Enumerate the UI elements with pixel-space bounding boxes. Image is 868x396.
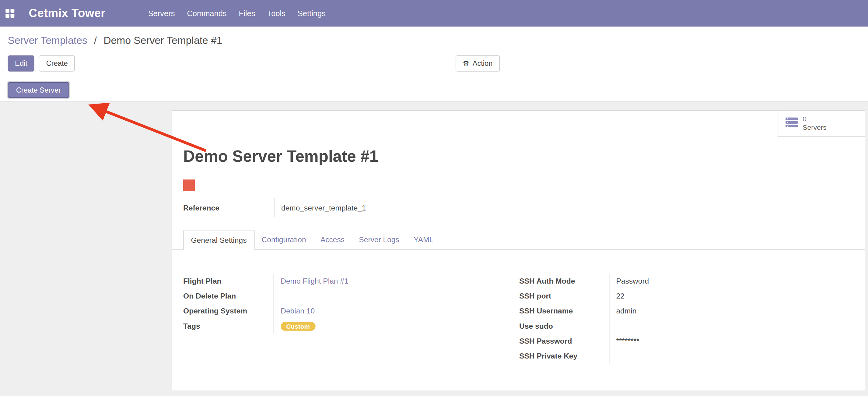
reference-label: Reference xyxy=(183,198,274,217)
servers-stat-button[interactable]: 0 Servers xyxy=(778,111,865,137)
breadcrumb-separator: / xyxy=(94,34,97,46)
nav-settings[interactable]: Settings xyxy=(291,0,332,27)
breadcrumb: Server Templates / Demo Server Template … xyxy=(8,34,222,47)
nav-tools[interactable]: Tools xyxy=(261,0,291,27)
record-title: Demo Server Template #1 xyxy=(183,147,378,166)
content-background: 0 Servers Demo Server Template #1 Refere… xyxy=(0,102,868,396)
breadcrumb-server-templates[interactable]: Server Templates xyxy=(8,34,87,46)
field-group-left: Flight Plan Demo Flight Plan #1 On Delet… xyxy=(183,274,484,334)
flight-plan-value[interactable]: Demo Flight Plan #1 xyxy=(281,277,348,285)
ssh-auth-mode-value: Password xyxy=(610,274,787,289)
notebook-tabs: General Settings Configuration Access Se… xyxy=(172,231,865,250)
servers-count: 0 xyxy=(803,115,826,123)
servers-stat-text: 0 Servers xyxy=(803,115,826,132)
top-navbar: Cetmix Tower Servers Commands Files Tool… xyxy=(0,0,868,27)
apps-icon-square xyxy=(11,14,14,18)
flight-plan-label: Flight Plan xyxy=(183,274,274,289)
color-swatch[interactable] xyxy=(183,179,195,191)
ssh-password-label: SSH Password xyxy=(519,334,609,348)
gear-icon: ⚙ xyxy=(463,59,469,67)
breadcrumb-current: Demo Server Template #1 xyxy=(103,34,222,46)
operating-system-label: Operating System xyxy=(183,304,274,319)
form-sheet: 0 Servers Demo Server Template #1 Refere… xyxy=(172,110,865,391)
reference-value: demo_server_template_1 xyxy=(274,198,366,217)
create-server-button[interactable]: Create Server xyxy=(8,82,69,98)
apps-icon-square xyxy=(5,14,9,18)
ssh-password-value: ******** xyxy=(610,334,787,348)
ssh-username-label: SSH Username xyxy=(519,304,609,319)
operating-system-value[interactable]: Debian 10 xyxy=(281,307,315,315)
use-sudo-label: Use sudo xyxy=(519,319,609,334)
tag-custom[interactable]: Custom xyxy=(281,322,315,331)
nav-commands[interactable]: Commands xyxy=(181,0,232,27)
reference-field: Reference demo_server_template_1 xyxy=(183,198,366,217)
apps-menu-icon[interactable] xyxy=(5,9,14,18)
field-group-right: SSH Auth Mode Password SSH port 22 SSH U… xyxy=(519,274,787,364)
tags-label: Tags xyxy=(183,319,274,334)
nav-servers[interactable]: Servers xyxy=(142,0,181,27)
servers-label: Servers xyxy=(803,124,826,132)
ssh-auth-mode-label: SSH Auth Mode xyxy=(519,274,609,289)
ssh-port-value: 22 xyxy=(610,289,787,304)
edit-button[interactable]: Edit xyxy=(8,55,34,72)
on-delete-plan-value xyxy=(274,289,484,304)
apps-icon-square xyxy=(5,9,9,13)
brand-title[interactable]: Cetmix Tower xyxy=(29,7,105,20)
action-button-label: Action xyxy=(473,59,493,67)
page: Cetmix Tower Servers Commands Files Tool… xyxy=(0,0,868,396)
create-button[interactable]: Create xyxy=(39,55,75,72)
control-panel-buttons: Edit Create xyxy=(8,55,75,72)
ssh-username-value: admin xyxy=(610,304,787,319)
tab-yaml[interactable]: YAML xyxy=(406,231,440,250)
tab-access[interactable]: Access xyxy=(313,231,351,250)
tab-general-settings[interactable]: General Settings xyxy=(183,231,254,250)
ssh-port-label: SSH port xyxy=(519,289,609,304)
server-stack-icon xyxy=(785,118,798,130)
main-menu: Servers Commands Files Tools Settings xyxy=(142,0,332,27)
tab-server-logs[interactable]: Server Logs xyxy=(352,231,407,250)
nav-files[interactable]: Files xyxy=(233,0,261,27)
use-sudo-value xyxy=(610,319,787,334)
apps-icon-square xyxy=(11,9,14,13)
ssh-private-key-label: SSH Private Key xyxy=(519,348,609,363)
on-delete-plan-label: On Delete Plan xyxy=(183,289,274,304)
ssh-private-key-value xyxy=(610,348,787,363)
action-button[interactable]: ⚙ Action xyxy=(456,55,500,72)
tab-configuration[interactable]: Configuration xyxy=(254,231,313,250)
